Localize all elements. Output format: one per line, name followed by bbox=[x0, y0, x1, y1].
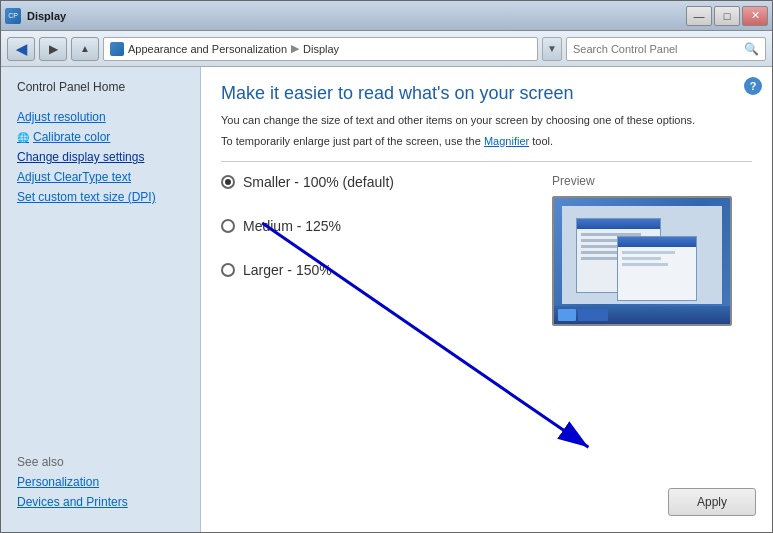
preview-taskbar bbox=[554, 306, 730, 324]
desc-text-3: tool. bbox=[532, 135, 553, 147]
preview-window-2-title bbox=[618, 237, 696, 247]
breadcrumb-bar: Appearance and Personalization ▶ Display bbox=[103, 37, 538, 61]
desc-text-1: You can change the size of text and othe… bbox=[221, 114, 695, 126]
sidebar-item-devices-printers[interactable]: Devices and Printers bbox=[1, 492, 200, 512]
breadcrumb-separator: ▶ bbox=[291, 42, 299, 55]
up-button[interactable]: ▲ bbox=[71, 37, 99, 61]
main-area: Control Panel Home Adjust resolution 🌐 C… bbox=[1, 67, 772, 532]
window-icon: CP bbox=[5, 8, 21, 24]
window-title: Display bbox=[27, 10, 686, 22]
preview-screen bbox=[562, 206, 722, 304]
magnifier-link[interactable]: Magnifier bbox=[484, 135, 529, 147]
apply-button[interactable]: Apply bbox=[668, 488, 756, 516]
sidebar-item-calibrate-color[interactable]: 🌐 Calibrate color bbox=[1, 127, 200, 147]
option-larger-label: Larger - 150% bbox=[243, 262, 332, 278]
search-box: 🔍 bbox=[566, 37, 766, 61]
sidebar-item-control-panel-home[interactable]: Control Panel Home bbox=[1, 77, 200, 97]
help-button[interactable]: ? bbox=[744, 77, 762, 95]
sidebar-item-adjust-resolution[interactable]: Adjust resolution bbox=[1, 107, 200, 127]
search-input[interactable] bbox=[573, 43, 740, 55]
title-bar: CP Display — □ ✕ bbox=[1, 1, 772, 31]
preview-image bbox=[552, 196, 732, 326]
preview-window-2 bbox=[617, 236, 697, 301]
close-button[interactable]: ✕ bbox=[742, 6, 768, 26]
options-area: Smaller - 100% (default) Medium - 125% L… bbox=[221, 174, 752, 326]
radio-medium[interactable] bbox=[221, 219, 235, 233]
maximize-button[interactable]: □ bbox=[714, 6, 740, 26]
forward-button[interactable]: ▶ bbox=[39, 37, 67, 61]
sidebar-item-personalization[interactable]: Personalization bbox=[1, 472, 200, 492]
breadcrumb-dropdown[interactable]: ▼ bbox=[542, 37, 562, 61]
size-options: Smaller - 100% (default) Medium - 125% L… bbox=[221, 174, 532, 326]
radio-smaller[interactable] bbox=[221, 175, 235, 189]
title-bar-buttons: — □ ✕ bbox=[686, 6, 768, 26]
content-divider bbox=[221, 161, 752, 162]
calibrate-color-icon: 🌐 bbox=[17, 132, 29, 143]
sidebar-item-change-display-settings[interactable]: Change display settings bbox=[1, 147, 200, 167]
breadcrumb-current: Display bbox=[303, 43, 339, 55]
desc-text-2: To temporarily enlarge just part of the … bbox=[221, 135, 481, 147]
option-medium[interactable]: Medium - 125% bbox=[221, 218, 532, 234]
option-smaller-label: Smaller - 100% (default) bbox=[243, 174, 394, 190]
radio-larger[interactable] bbox=[221, 263, 235, 277]
option-larger[interactable]: Larger - 150% bbox=[221, 262, 532, 278]
sidebar-see-also-label: See also bbox=[1, 435, 200, 472]
sidebar-item-adjust-cleartype[interactable]: Adjust ClearType text bbox=[1, 167, 200, 187]
main-window: CP Display — □ ✕ ◀ ▶ ▲ Appearance and Pe… bbox=[0, 0, 773, 533]
content-description: You can change the size of text and othe… bbox=[221, 112, 752, 129]
breadcrumb-prefix: Appearance and Personalization bbox=[128, 43, 287, 55]
preview-section: Preview bbox=[552, 174, 752, 326]
preview-label: Preview bbox=[552, 174, 752, 188]
back-button[interactable]: ◀ bbox=[7, 37, 35, 61]
content-description-2: To temporarily enlarge just part of the … bbox=[221, 133, 752, 150]
sidebar-bottom: See also Personalization Devices and Pri… bbox=[1, 435, 200, 522]
address-bar: ◀ ▶ ▲ Appearance and Personalization ▶ D… bbox=[1, 31, 772, 67]
page-title: Make it easier to read what's on your sc… bbox=[221, 83, 752, 104]
search-icon[interactable]: 🔍 bbox=[744, 42, 759, 56]
content-panel: ? Make it easier to read what's on your … bbox=[201, 67, 772, 532]
breadcrumb-icon bbox=[110, 42, 124, 56]
minimize-button[interactable]: — bbox=[686, 6, 712, 26]
sidebar: Control Panel Home Adjust resolution 🌐 C… bbox=[1, 67, 201, 532]
apply-row: Apply bbox=[668, 488, 756, 516]
option-medium-label: Medium - 125% bbox=[243, 218, 341, 234]
preview-window-1-title bbox=[577, 219, 660, 229]
sidebar-item-calibrate-color-label: Calibrate color bbox=[33, 130, 110, 144]
option-smaller[interactable]: Smaller - 100% (default) bbox=[221, 174, 532, 190]
sidebar-item-set-custom-text[interactable]: Set custom text size (DPI) bbox=[1, 187, 200, 207]
